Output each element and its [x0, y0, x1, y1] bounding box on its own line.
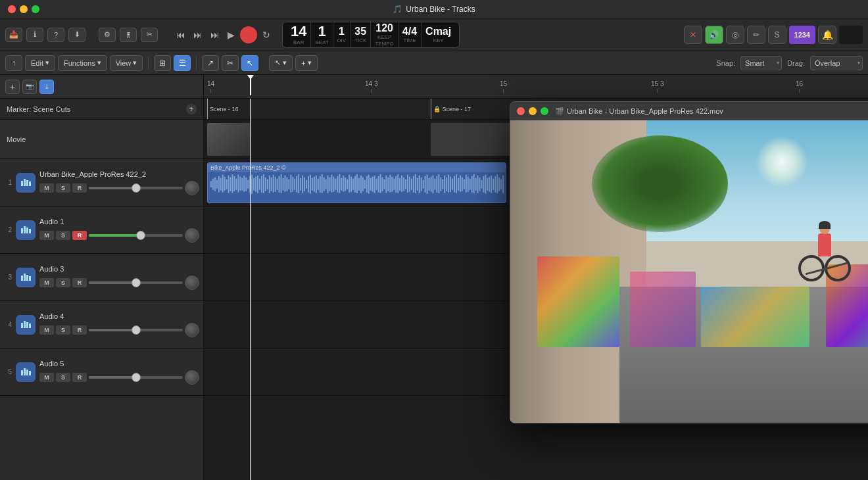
key-label: KEY [433, 37, 444, 43]
functions-menu-button[interactable]: Functions ▾ [58, 55, 107, 71]
svg-rect-106 [378, 176, 379, 193]
target-button[interactable]: ◎ [726, 26, 744, 44]
timecode-display[interactable]: 14 BAR 1 BEAT 1 DIV 35 TICK 120 KEEP TEM… [282, 22, 460, 48]
loop-button[interactable]: ↻ [260, 28, 273, 41]
mute-btn-5[interactable]: M [39, 373, 54, 382]
tool-select-1[interactable]: ↖▾ [269, 55, 293, 71]
mute-btn-1[interactable]: M [39, 183, 54, 193]
bell-button[interactable]: 🔔 [818, 26, 836, 44]
speaker-button[interactable]: 🔊 [705, 26, 723, 44]
settings-btn[interactable]: ⚙ [99, 28, 116, 42]
mute-btn-3[interactable]: M [39, 278, 54, 287]
pan-knob-4[interactable] [185, 323, 199, 337]
fast-forward-button[interactable]: ⏭ [191, 28, 205, 41]
scissors-tool-btn[interactable]: ✂ [222, 55, 239, 71]
fader-1[interactable] [89, 187, 183, 189]
separator-2 [196, 57, 197, 70]
rec-btn-1[interactable]: R [72, 183, 87, 193]
info-btn[interactable]: ℹ [26, 28, 43, 42]
video-close-button[interactable] [517, 107, 525, 115]
solo-btn-2[interactable]: S [56, 231, 70, 240]
s-button[interactable]: S [768, 26, 786, 44]
scene-17-label: 🔒 Scene - 17 [433, 106, 471, 112]
track-info-3: Audio 3 M S R [39, 265, 199, 290]
pencil-button[interactable]: ✏ [747, 26, 765, 44]
up-arrow-btn[interactable]: ↑ [5, 55, 22, 71]
svg-rect-130 [425, 176, 426, 193]
add-marker-button[interactable]: + [186, 104, 197, 114]
pan-knob-2[interactable] [185, 228, 199, 243]
pan-knob-3[interactable] [185, 276, 199, 290]
list-view-btn[interactable]: ☰ [174, 55, 191, 71]
play-button[interactable]: ▶ [225, 28, 237, 41]
svg-rect-29 [228, 176, 229, 193]
solo-btn-3[interactable]: S [56, 278, 70, 287]
grid-view-btn[interactable]: ⊞ [154, 55, 171, 71]
snap-tool-btn[interactable]: ↗ [202, 55, 219, 71]
user-badge[interactable]: 1234 [789, 26, 815, 44]
track-name-3: Audio 3 [39, 265, 199, 273]
tool-select-2[interactable]: +▾ [295, 55, 317, 71]
close-panel-button[interactable]: ✕ [684, 26, 702, 44]
pan-knob-1[interactable] [185, 181, 199, 195]
mute-btn-4[interactable]: M [39, 325, 54, 335]
solo-btn-5[interactable]: S [56, 373, 70, 382]
rec-btn-3[interactable]: R [72, 278, 87, 287]
movie-thumbnail-1[interactable] [207, 123, 250, 156]
svg-rect-7 [29, 229, 31, 233]
add-track-button[interactable]: + [5, 80, 20, 94]
track-number-5: 5 [4, 368, 12, 375]
sun-glare [756, 135, 808, 188]
svg-rect-16 [21, 370, 23, 375]
snap-select[interactable]: Smart Bar Beat Division None [740, 56, 782, 70]
inbox-btn[interactable]: 📥 [5, 28, 22, 42]
track-headers: + 📷 ⤓ Marker: Scene Cuts + Movie 1 [0, 75, 204, 480]
svg-rect-155 [473, 174, 475, 193]
solo-btn-1[interactable]: S [56, 183, 70, 193]
help-btn[interactable]: ? [47, 28, 64, 42]
video-minimize-button[interactable] [529, 107, 537, 115]
maximize-button[interactable] [32, 5, 39, 13]
drag-select[interactable]: Overlap No Overlap Shuffle [810, 56, 863, 70]
scissors-btn[interactable]: ✂ [141, 28, 158, 42]
record-button[interactable] [240, 26, 257, 43]
pan-knob-5[interactable] [185, 370, 199, 385]
rewind-button[interactable]: ⏮ [174, 28, 188, 41]
snap-select-wrap: Smart Bar Beat Division None ▾ [740, 56, 782, 70]
mixer-btn[interactable]: 🎚 [120, 28, 137, 42]
download-btn[interactable]: ⬇ [68, 28, 85, 42]
svg-rect-82 [331, 175, 333, 193]
svg-rect-71 [310, 175, 311, 194]
pointer-tool-btn[interactable]: ↖ [241, 55, 258, 71]
close-button[interactable] [8, 5, 16, 13]
video-preview-window[interactable]: 🎬 Urban Bike - Urban Bike_Apple ProRes 4… [510, 101, 868, 423]
scene-16-label: Scene - 16 [210, 106, 239, 112]
video-maximize-button[interactable] [541, 107, 548, 115]
fader-5[interactable] [89, 376, 183, 379]
svg-rect-51 [271, 178, 272, 191]
rec-btn-4[interactable]: R [72, 325, 87, 335]
audio-clip-1[interactable]: Bike_Apple ProRes 422_2 © [207, 162, 506, 203]
fader-2[interactable] [89, 234, 183, 237]
rec-btn-5[interactable]: R [72, 373, 87, 382]
svg-rect-86 [339, 174, 340, 193]
tempo-label: TEMPO [375, 41, 393, 47]
capture-btn[interactable]: ⤓ [39, 80, 54, 94]
mute-btn-2[interactable]: M [39, 231, 54, 240]
svg-rect-108 [381, 178, 383, 191]
rec-btn-2[interactable]: R [72, 231, 87, 240]
svg-rect-56 [281, 174, 282, 193]
svg-rect-33 [235, 179, 237, 190]
fader-3[interactable] [89, 281, 183, 284]
minimize-button[interactable] [20, 5, 28, 13]
svg-rect-112 [389, 175, 391, 193]
svg-rect-88 [343, 176, 344, 192]
svg-rect-122 [409, 177, 410, 192]
skip-back-button[interactable]: ⏭ [208, 28, 222, 41]
traffic-lights [8, 5, 39, 13]
view-menu-button[interactable]: View ▾ [110, 55, 143, 71]
edit-menu-button[interactable]: Edit ▾ [25, 55, 55, 71]
scene-capture-btn[interactable]: 📷 [22, 80, 37, 94]
solo-btn-4[interactable]: S [56, 325, 70, 335]
fader-4[interactable] [89, 329, 183, 331]
